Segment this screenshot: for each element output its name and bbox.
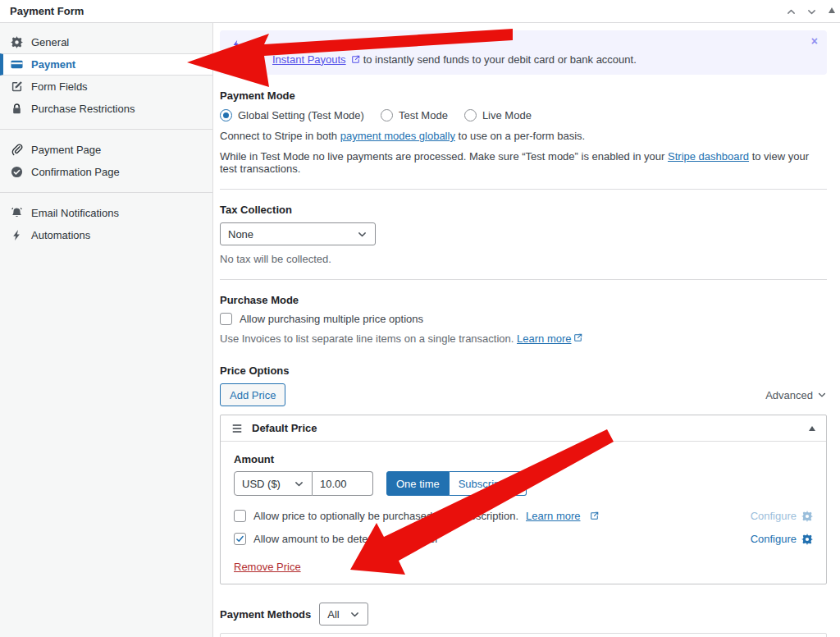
sidebar-divider — [0, 192, 212, 193]
sidebar-item-form-fields[interactable]: Form Fields — [0, 76, 212, 98]
panel-order-controls — [786, 0, 817, 23]
checkbox-label: Allow purchasing multiple price options — [240, 313, 423, 325]
gear-icon — [11, 36, 23, 48]
tax-collection-label: Tax Collection — [220, 204, 827, 216]
default-price-header[interactable]: Default Price — [221, 415, 826, 442]
default-price-panel: Default Price Amount USD ($) One time Su… — [220, 415, 827, 584]
bolt-icon — [231, 39, 241, 50]
radio-global-setting[interactable]: Global Setting (Test Mode) — [220, 109, 364, 121]
edit-icon — [11, 80, 23, 93]
tax-help-text: No tax will be collected. — [220, 253, 827, 265]
radio-dot — [220, 109, 232, 121]
add-price-button[interactable]: Add Price — [220, 383, 285, 406]
banner-text: to instantly send funds to your debit ca… — [363, 53, 637, 66]
invoices-learn-more-link[interactable]: Learn more — [517, 332, 571, 345]
radio-live-mode[interactable]: Live Mode — [464, 109, 532, 121]
sidebar-item-email-notifications[interactable]: Email Notifications — [0, 202, 212, 224]
default-price-title: Default Price — [252, 422, 317, 434]
payment-method-row-card: Card Configure — [220, 633, 827, 637]
sidebar-item-payment-page[interactable]: Payment Page — [0, 139, 212, 161]
checkbox-label: Allow amount to be determined by user — [253, 533, 438, 545]
configure-subscription-link[interactable]: Configure — [751, 510, 813, 522]
payment-mode-help-2: While in Test Mode no live payments are … — [220, 150, 827, 175]
custom-amount-checkbox[interactable] — [234, 533, 246, 545]
radio-label: Test Mode — [399, 109, 448, 121]
sidebar-item-label: Form Fields — [31, 80, 88, 93]
tax-collection-select[interactable]: None — [220, 222, 376, 245]
sidebar-item-payment[interactable]: Payment — [0, 53, 212, 76]
optional-subscription-row: Allow price to optionally be purchased a… — [234, 510, 813, 522]
banner-line-1 — [231, 36, 815, 52]
gear-icon — [801, 511, 813, 522]
radio-dot — [381, 109, 393, 121]
sidebar-item-label: Payment — [31, 58, 75, 71]
payment-settings-panel: Instant Payouts to instantly send funds … — [213, 23, 840, 637]
external-link-icon — [590, 511, 599, 520]
payment-mode-help-1: Connect to Stripe in both payment modes … — [220, 130, 827, 142]
chevron-up-icon[interactable] — [786, 7, 797, 17]
lock-icon — [11, 103, 23, 115]
sidebar-item-confirmation-page[interactable]: Confirmation Page — [0, 161, 212, 183]
scrollbar-up-arrow-icon[interactable] — [829, 7, 835, 13]
default-price-body: Amount USD ($) One time Subscription — [221, 442, 826, 584]
multiple-price-options-checkbox[interactable] — [220, 313, 232, 325]
amount-input[interactable] — [313, 471, 373, 496]
amount-label: Amount — [234, 453, 813, 465]
currency-select[interactable]: USD ($) — [234, 471, 313, 496]
tax-selected-value: None — [228, 228, 253, 241]
checkbox-label: Allow price to optionally be purchased a… — [253, 510, 518, 522]
chevron-down-icon — [357, 229, 368, 240]
instant-payouts-banner: Instant Payouts to instantly send funds … — [220, 30, 827, 75]
price-options-toolbar: Add Price Advanced — [220, 383, 827, 406]
payment-modes-globally-link[interactable]: payment modes globally — [340, 130, 455, 142]
settings-sidebar: General Payment Form Fields Purchase Res… — [0, 23, 213, 637]
collapse-icon[interactable] — [809, 426, 815, 431]
sidebar-item-general[interactable]: General — [0, 31, 212, 53]
subscription-tab[interactable]: Subscription — [450, 471, 527, 496]
sidebar-item-automations[interactable]: Automations — [0, 224, 212, 246]
bolt-icon — [11, 229, 23, 241]
credit-card-icon — [11, 58, 23, 71]
subscription-learn-more-link[interactable]: Learn more — [526, 510, 580, 522]
payment-methods-list: Card Configure WeChat Pay Configure — [220, 633, 827, 637]
radio-label: Global Setting (Test Mode) — [238, 109, 364, 121]
chevron-down-icon — [817, 390, 827, 400]
payment-methods-toolbar: Payment Methods All — [220, 603, 827, 626]
close-icon[interactable]: × — [811, 35, 818, 47]
divider — [220, 279, 827, 280]
sidebar-item-label: Payment Page — [31, 144, 101, 156]
currency-value: USD ($) — [242, 478, 281, 490]
payment-mode-label: Payment Mode — [220, 89, 827, 102]
sidebar-item-purchase-restrictions[interactable]: Purchase Restrictions — [0, 98, 212, 120]
check-circle-icon — [11, 166, 23, 178]
purchase-mode-help: Use Invoices to list separate line items… — [220, 332, 827, 345]
amount-controls: USD ($) One time Subscription — [234, 471, 813, 496]
divider — [220, 189, 827, 190]
sidebar-item-label: Purchase Restrictions — [31, 103, 135, 115]
stripe-dashboard-link[interactable]: Stripe dashboard — [668, 150, 749, 163]
instant-payouts-link[interactable]: Instant Payouts — [272, 53, 346, 66]
chevron-down-icon — [349, 609, 360, 620]
chevron-down-icon[interactable] — [806, 7, 817, 17]
sidebar-item-label: Automations — [31, 229, 90, 241]
purchase-mode-label: Purchase Mode — [220, 294, 827, 306]
price-options-label: Price Options — [220, 364, 827, 377]
chevron-down-icon — [294, 479, 304, 489]
configure-custom-amount-link[interactable]: Configure — [751, 533, 813, 545]
optional-subscription-checkbox[interactable] — [234, 510, 246, 522]
drag-handle-icon[interactable] — [231, 423, 243, 434]
sidebar-item-label: General — [31, 36, 69, 48]
radio-test-mode[interactable]: Test Mode — [381, 109, 448, 121]
sidebar-item-label: Email Notifications — [31, 207, 119, 219]
multiple-price-options-row: Allow purchasing multiple price options — [220, 313, 827, 325]
paperclip-icon — [11, 144, 23, 156]
banner-line-2: Instant Payouts to instantly send funds … — [272, 52, 815, 66]
bell-icon — [11, 207, 23, 219]
advanced-toggle[interactable]: Advanced — [765, 389, 827, 401]
payment-methods-filter-select[interactable]: All — [319, 603, 368, 626]
sidebar-divider — [0, 129, 212, 130]
remove-price-link[interactable]: Remove Price — [234, 561, 301, 573]
page-title: Payment Form — [10, 5, 84, 17]
radio-dot — [464, 109, 477, 121]
one-time-tab[interactable]: One time — [386, 471, 450, 496]
